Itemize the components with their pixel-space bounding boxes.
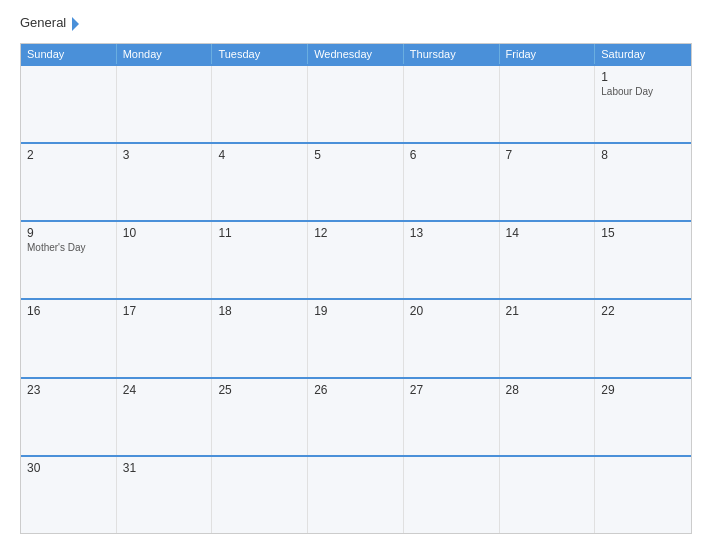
cal-cell: 19	[308, 300, 404, 376]
week-row-5: 3031	[21, 455, 691, 533]
cal-cell: 3	[117, 144, 213, 220]
cal-cell	[308, 66, 404, 142]
cal-cell	[404, 66, 500, 142]
cal-cell: 12	[308, 222, 404, 298]
day-number: 31	[123, 461, 206, 475]
calendar-header-row: SundayMondayTuesdayWednesdayThursdayFrid…	[21, 44, 691, 64]
day-header-sunday: Sunday	[21, 44, 117, 64]
cal-cell: 10	[117, 222, 213, 298]
cal-cell	[500, 457, 596, 533]
day-header-wednesday: Wednesday	[308, 44, 404, 64]
cal-cell: 30	[21, 457, 117, 533]
day-number: 24	[123, 383, 206, 397]
day-number: 11	[218, 226, 301, 240]
day-number: 26	[314, 383, 397, 397]
day-number: 28	[506, 383, 589, 397]
day-number: 2	[27, 148, 110, 162]
day-number: 14	[506, 226, 589, 240]
day-number: 23	[27, 383, 110, 397]
calendar: SundayMondayTuesdayWednesdayThursdayFrid…	[20, 43, 692, 534]
cal-cell	[117, 66, 213, 142]
day-number: 18	[218, 304, 301, 318]
cal-cell: 15	[595, 222, 691, 298]
day-number: 19	[314, 304, 397, 318]
cal-cell: 28	[500, 379, 596, 455]
cal-cell: 24	[117, 379, 213, 455]
cal-cell: 18	[212, 300, 308, 376]
day-number: 20	[410, 304, 493, 318]
cal-cell: 26	[308, 379, 404, 455]
cal-cell: 23	[21, 379, 117, 455]
day-number: 6	[410, 148, 493, 162]
day-number: 10	[123, 226, 206, 240]
cal-cell: 29	[595, 379, 691, 455]
day-number: 4	[218, 148, 301, 162]
day-number: 27	[410, 383, 493, 397]
day-number: 17	[123, 304, 206, 318]
week-row-2: 9Mother's Day101112131415	[21, 220, 691, 298]
cal-cell: 20	[404, 300, 500, 376]
logo: General	[20, 16, 79, 31]
day-number: 5	[314, 148, 397, 162]
day-number: 1	[601, 70, 685, 84]
cal-cell: 31	[117, 457, 213, 533]
cal-cell	[212, 66, 308, 142]
day-number: 22	[601, 304, 685, 318]
cal-cell: 22	[595, 300, 691, 376]
day-header-saturday: Saturday	[595, 44, 691, 64]
cal-cell: 1Labour Day	[595, 66, 691, 142]
day-number: 30	[27, 461, 110, 475]
week-row-4: 23242526272829	[21, 377, 691, 455]
day-header-thursday: Thursday	[404, 44, 500, 64]
cal-cell: 8	[595, 144, 691, 220]
day-header-monday: Monday	[117, 44, 213, 64]
cal-cell: 5	[308, 144, 404, 220]
day-number: 21	[506, 304, 589, 318]
cal-cell: 21	[500, 300, 596, 376]
day-number: 3	[123, 148, 206, 162]
cal-cell	[21, 66, 117, 142]
holiday-name: Labour Day	[601, 86, 685, 97]
cal-cell	[308, 457, 404, 533]
day-header-friday: Friday	[500, 44, 596, 64]
cal-cell	[500, 66, 596, 142]
day-header-tuesday: Tuesday	[212, 44, 308, 64]
cal-cell: 17	[117, 300, 213, 376]
week-row-0: 1Labour Day	[21, 64, 691, 142]
cal-cell: 2	[21, 144, 117, 220]
page-header: General	[20, 16, 692, 31]
week-row-1: 2345678	[21, 142, 691, 220]
cal-cell	[595, 457, 691, 533]
cal-cell: 14	[500, 222, 596, 298]
day-number: 7	[506, 148, 589, 162]
cal-cell: 7	[500, 144, 596, 220]
calendar-body: 1Labour Day23456789Mother's Day101112131…	[21, 64, 691, 533]
cal-cell: 9Mother's Day	[21, 222, 117, 298]
day-number: 25	[218, 383, 301, 397]
logo-general-text: General	[20, 16, 79, 31]
logo-triangle-icon	[72, 17, 79, 31]
cal-cell: 25	[212, 379, 308, 455]
day-number: 29	[601, 383, 685, 397]
day-number: 12	[314, 226, 397, 240]
cal-cell	[212, 457, 308, 533]
cal-cell: 6	[404, 144, 500, 220]
cal-cell: 13	[404, 222, 500, 298]
day-number: 8	[601, 148, 685, 162]
cal-cell: 16	[21, 300, 117, 376]
cal-cell: 11	[212, 222, 308, 298]
day-number: 9	[27, 226, 110, 240]
day-number: 16	[27, 304, 110, 318]
day-number: 13	[410, 226, 493, 240]
day-number: 15	[601, 226, 685, 240]
cal-cell: 4	[212, 144, 308, 220]
week-row-3: 16171819202122	[21, 298, 691, 376]
holiday-name: Mother's Day	[27, 242, 110, 253]
cal-cell: 27	[404, 379, 500, 455]
cal-cell	[404, 457, 500, 533]
